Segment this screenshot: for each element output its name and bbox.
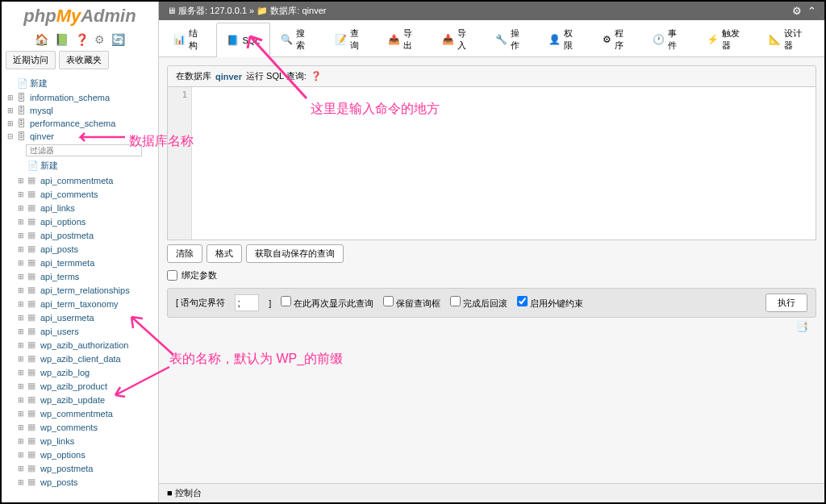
db-icon: 📁 (257, 6, 268, 15)
breadcrumb: 🖥 服务器: 127.0.0.1 » 📁 数据库: qinver ⚙ ⌃ (159, 2, 824, 20)
docs-icon[interactable]: ❓ (75, 33, 89, 46)
autosave-button[interactable]: 获取自动保存的查询 (246, 244, 344, 263)
tree-db-performance_schema[interactable]: ⊞🗄performance_schema (2, 117, 158, 130)
tab-icon-4: 📤 (388, 34, 400, 45)
favorites-button[interactable]: 表收藏夹 (59, 51, 109, 69)
tree-table-api_term_relationships[interactable]: ⊞▦api_term_relationships (2, 283, 158, 297)
tree-table-api_links[interactable]: ⊞▦api_links (2, 201, 158, 215)
tree-table-api_termmeta[interactable]: ⊞▦api_termmeta (2, 256, 158, 269)
logo-my: My (56, 6, 81, 26)
tree-table-api_terms[interactable]: ⊞▦api_terms (2, 269, 158, 283)
tab-icon-6: 🔧 (495, 34, 507, 45)
sql-header-suffix: 运行 SQL 查询: (246, 70, 307, 82)
tree-table-wp_comments[interactable]: ⊞▦wp_comments (2, 420, 158, 434)
db-link[interactable]: qinver (302, 6, 326, 15)
reshow-checkbox[interactable] (281, 296, 291, 306)
bind-params-checkbox[interactable] (167, 270, 177, 281)
tree-table-wp_options[interactable]: ⊞▦wp_options (2, 448, 158, 461)
console-bar[interactable]: ■ 控制台 (159, 483, 824, 502)
tree-db-information_schema[interactable]: ⊞🗄information_schema (2, 91, 158, 104)
tab-导出[interactable]: 📤导出 (378, 22, 431, 56)
sql-header: 在数据库 qinver 运行 SQL 查询: ❓ (167, 65, 816, 87)
tree-table-wp_azib_client_data[interactable]: ⊞▦wp_azib_client_data (2, 352, 158, 365)
settings-gear-icon[interactable]: ⚙ (792, 5, 802, 17)
tab-SQL[interactable]: 📘SQL (216, 23, 270, 57)
tab-触发器[interactable]: ⚡触发器 (696, 22, 758, 56)
tab-icon-0: 📊 (173, 34, 186, 45)
tree-table-api_usermeta[interactable]: ⊞▦api_usermeta (2, 310, 158, 324)
tab-icon-8: ⚙ (603, 34, 611, 45)
delimiter-row: [ 语句定界符 ] 在此再次显示此查询 保留查询框 完成后回滚 启用外键约束 执… (167, 288, 816, 318)
db-label: 数据库: (270, 6, 299, 15)
format-button[interactable]: 格式 (206, 244, 242, 263)
tab-icon-3: 📝 (335, 34, 347, 45)
tab-icon-5: 📥 (442, 34, 454, 45)
tab-权限[interactable]: 👤权限 (538, 22, 591, 56)
retain-checkbox[interactable] (383, 296, 394, 306)
tab-查询[interactable]: 📝查询 (324, 22, 378, 56)
bind-params-label: 绑定参数 (181, 269, 217, 281)
tree-table-api_posts[interactable]: ⊞▦api_posts (2, 242, 158, 256)
tree-table-wp_postmeta[interactable]: ⊞▦wp_postmeta (2, 461, 158, 475)
tree-table-wp_azib_authorization[interactable]: ⊞▦wp_azib_authorization (2, 338, 158, 352)
tree-new[interactable]: 📄新建 (2, 76, 158, 91)
server-icon: 🖥 (167, 6, 176, 15)
sql-header-db[interactable]: qinver (215, 72, 242, 81)
tab-操作[interactable]: 🔧操作 (485, 22, 538, 56)
filter-input[interactable] (26, 144, 142, 156)
tab-icon-9: 🕐 (653, 34, 665, 45)
tree-table-api_term_taxonomy[interactable]: ⊞▦api_term_taxonomy (2, 297, 158, 310)
clear-button[interactable]: 清除 (167, 244, 202, 263)
logo-php: php (23, 6, 56, 26)
tab-icon-2: 🔍 (281, 34, 293, 45)
home-icon[interactable]: 🏠 (35, 33, 48, 46)
tree-table-api_commentmeta[interactable]: ⊞▦api_commentmeta (2, 173, 158, 187)
help-icon[interactable]: ❓ (311, 71, 322, 81)
logout-icon[interactable]: 📗 (55, 33, 69, 46)
tree-table-wp_commentmeta[interactable]: ⊞▦wp_commentmeta (2, 406, 158, 420)
tab-搜索[interactable]: 🔍搜索 (270, 22, 323, 56)
collapse-icon[interactable]: ⌃ (807, 5, 816, 17)
tree-table-wp_azib_update[interactable]: ⊞▦wp_azib_update (2, 393, 158, 406)
tab-设计器[interactable]: 📐设计器 (758, 22, 820, 56)
line-numbers: 1 (168, 87, 192, 240)
logo-admin: Admin (81, 6, 136, 26)
tab-结构[interactable]: 📊结构 (163, 22, 216, 56)
tree-table-wp_links[interactable]: ⊞▦wp_links (2, 434, 158, 448)
tab-导入[interactable]: 📥导入 (432, 22, 485, 56)
settings-icon[interactable]: ⚙ (94, 33, 105, 46)
delimiter-input[interactable] (235, 294, 259, 311)
tree-table-api_comments[interactable]: ⊞▦api_comments (2, 187, 158, 201)
logo[interactable]: phpMyAdmin (2, 2, 158, 31)
sql-header-prefix: 在数据库 (176, 70, 211, 82)
tree-table-api_users[interactable]: ⊞▦api_users (2, 324, 158, 338)
tab-程序[interactable]: ⚙程序 (592, 22, 642, 56)
fk-checkbox[interactable] (517, 296, 528, 306)
db-tree: 📄新建⊞🗄information_schema⊞🗄mysql⊞🗄performa… (2, 72, 158, 502)
tree-table-api_options[interactable]: ⊞▦api_options (2, 215, 158, 228)
tree-new-table[interactable]: 📄新建 (2, 158, 158, 173)
sql-panel: 在数据库 qinver 运行 SQL 查询: ❓ 1 清除 格式 获取自动保存的… (159, 57, 824, 502)
reload-icon[interactable]: 🔄 (111, 33, 125, 46)
server-label: 服务器: (178, 6, 207, 15)
sidebar: phpMyAdmin 🏠 📗 ❓ ⚙ 🔄 近期访问 表收藏夹 📄新建⊞🗄info… (2, 2, 159, 502)
tab-icon-10: ⚡ (707, 34, 719, 45)
main-panel: 🖥 服务器: 127.0.0.1 » 📁 数据库: qinver ⚙ ⌃ 📊结构… (159, 2, 824, 502)
rollback-checkbox[interactable] (450, 296, 461, 306)
tree-table-wp_azib_product[interactable]: ⊞▦wp_azib_product (2, 379, 158, 393)
toolbar-icons: 🏠 📗 ❓ ⚙ 🔄 (2, 31, 158, 48)
delimiter-label: 语句定界符 (181, 298, 225, 307)
tree-table-wp_azib_log[interactable]: ⊞▦wp_azib_log (2, 365, 158, 379)
bookmark-icon[interactable]: 📑 (167, 318, 816, 335)
sql-editor[interactable] (192, 87, 816, 240)
recent-button[interactable]: 近期访问 (6, 51, 56, 69)
tab-事件[interactable]: 🕐事件 (642, 22, 695, 56)
tree-db-mysql[interactable]: ⊞🗄mysql (2, 104, 158, 117)
tab-icon-1: 📘 (227, 35, 239, 46)
server-link[interactable]: 127.0.0.1 (210, 6, 247, 15)
tree-table-api_postmeta[interactable]: ⊞▦api_postmeta (2, 228, 158, 242)
tabs: 📊结构📘SQL🔍搜索📝查询📤导出📥导入🔧操作👤权限⚙程序🕐事件⚡触发器📐设计器 (159, 20, 824, 57)
execute-button[interactable]: 执行 (766, 294, 807, 312)
tree-table-wp_posts[interactable]: ⊞▦wp_posts (2, 475, 158, 489)
tree-db-qinver[interactable]: ⊟🗄qinver (2, 130, 158, 143)
